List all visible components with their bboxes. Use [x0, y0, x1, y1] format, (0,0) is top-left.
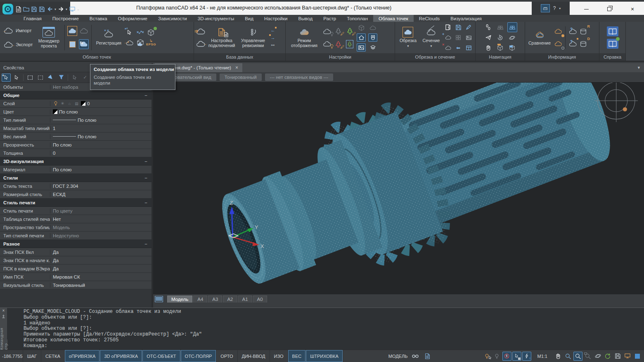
dither-cloud-icon[interactable]	[79, 26, 89, 36]
select-rect-icon[interactable]	[26, 73, 35, 82]
prop-row-dimstyle[interactable]: Размерный стильЕСКД	[0, 190, 152, 199]
visual-style-button[interactable]: Тонированный	[220, 73, 262, 81]
lightning-icon[interactable]: ↑	[522, 352, 531, 361]
tab-zavisimosti[interactable]: Зависимости	[153, 15, 192, 22]
regen-icon[interactable]	[603, 352, 612, 361]
points-select-icon[interactable]: ×ˣ	[125, 28, 135, 38]
zoom-window-icon[interactable]	[583, 352, 592, 361]
prop-row-ucsicon-origin[interactable]: Знак ПСК в начале к...Да	[0, 256, 152, 265]
prop-row-plotstyle[interactable]: Стиль печатиПо цвету	[0, 207, 152, 215]
glasses-icon[interactable]	[411, 352, 420, 361]
color-swatch[interactable]	[53, 109, 57, 114]
toggle-snap[interactable]: ШАГ	[23, 350, 41, 362]
nanocad-logo-icon[interactable]	[2, 4, 13, 14]
save-icon[interactable]	[31, 6, 37, 12]
layout-list-icon[interactable]	[155, 296, 163, 302]
flat-grid-icon[interactable]	[495, 22, 505, 32]
layout-tab-model[interactable]: Модель	[167, 296, 192, 303]
tab-postroenie[interactable]: Построение	[47, 15, 84, 22]
view-box-iso-icon[interactable]	[507, 43, 517, 53]
model-canvas[interactable]: Z Y X	[153, 82, 644, 294]
apply-check-icon[interactable]: ✓	[80, 73, 90, 82]
connection-settings-button[interactable]: Настройка подключений	[206, 26, 237, 50]
rainbow-tree-icon[interactable]	[333, 39, 343, 49]
restore-button[interactable]	[598, 3, 621, 15]
select-similar-icon[interactable]	[70, 73, 79, 82]
prop-section-3d[interactable]: 3D-визуализация−	[0, 157, 152, 166]
colorize-gray-tree-icon[interactable]	[333, 26, 343, 36]
command-close-icon[interactable]: ×	[2, 309, 5, 313]
db-report-icon[interactable]: R	[578, 26, 588, 36]
crop-cloud-icon[interactable]	[67, 26, 77, 36]
prop-section-general[interactable]: Общие−	[0, 91, 152, 99]
store-icon[interactable]: 🗃	[541, 4, 550, 12]
orbit-free-icon[interactable]	[507, 33, 517, 43]
selection-lamp-icon[interactable]	[483, 352, 492, 361]
copy-sheet-icon[interactable]	[613, 352, 622, 361]
plan-view-icon[interactable]	[507, 22, 517, 32]
cloud-info-icon[interactable]: ?	[568, 26, 578, 36]
revision-pull-icon[interactable]: ←	[269, 27, 277, 33]
layout-tab-a0[interactable]: A0	[253, 296, 267, 303]
section-dropdown-icon[interactable]: ▼	[430, 45, 433, 48]
copy-sections-icon[interactable]	[464, 33, 474, 43]
project-manager-button[interactable]: Менеджер проекта	[35, 26, 62, 50]
bounding-cube-icon[interactable]	[357, 24, 366, 32]
cloud-lamp-off-icon[interactable]	[322, 26, 332, 36]
cloud-upload-icon[interactable]: ⇉	[196, 26, 206, 36]
compare-dot-icon[interactable]	[553, 26, 563, 36]
collapse-icon[interactable]: −	[144, 93, 147, 98]
tab-vid[interactable]: Вид	[239, 15, 259, 22]
snap-house-icon[interactable]	[357, 33, 366, 42]
close-button[interactable]: ×	[621, 3, 644, 15]
scale-indicator[interactable]: M1:1	[532, 350, 553, 362]
undo-icon[interactable]	[47, 6, 53, 12]
toolbar-more-icon[interactable]: ⌄	[77, 7, 80, 11]
make-cloud-from-model-button[interactable]: ⇆	[79, 39, 89, 49]
redo-dropdown-icon[interactable]: ▾	[66, 7, 67, 11]
prop-row-ucs-name[interactable]: Имя ПСКМировая СК	[0, 273, 152, 281]
prop-section-plotstyle[interactable]: Стиль печати−	[0, 199, 152, 207]
save-as-icon[interactable]	[39, 6, 45, 12]
restore-section-icon[interactable]: ⬅	[453, 43, 463, 53]
layout-tab-a4[interactable]: A4	[193, 296, 207, 303]
layers-icon[interactable]	[368, 43, 377, 52]
toggle-lineweight[interactable]: ВЕС	[288, 350, 306, 362]
prop-row-layer[interactable]: Слой✳⌂▤0	[0, 99, 152, 108]
edit-section-icon[interactable]	[464, 22, 474, 32]
prop-row-linetype[interactable]: Тип линийПо слою	[0, 116, 152, 124]
tab-glavnaya[interactable]: Главная	[18, 15, 47, 22]
prop-row-lineweight[interactable]: Вес линийПо слою	[0, 132, 152, 141]
tab-oformlenie[interactable]: Оформление	[113, 15, 153, 22]
prop-section-styles[interactable]: Стили−	[0, 174, 152, 182]
layer-freeze-icon[interactable]: ✳	[60, 101, 65, 106]
quick-select-icon[interactable]	[46, 73, 55, 82]
tab-vyvod[interactable]: Вывод	[293, 15, 318, 22]
tab-nastroyki[interactable]: Настройки	[259, 15, 293, 22]
prop-row-plotspace[interactable]: Пространство таблиц...Модель	[0, 223, 152, 232]
fullscreen-icon[interactable]	[623, 352, 632, 361]
space-indicator[interactable]: МОДЕЛЬ	[388, 354, 408, 359]
layer-on-icon[interactable]	[53, 101, 58, 106]
no-lightning-icon[interactable]	[502, 352, 511, 361]
select-rect-points-icon[interactable]	[36, 73, 45, 82]
tab-topoplan[interactable]: Топоплан	[341, 15, 373, 22]
tab-vstavka[interactable]: Вставка	[84, 15, 113, 22]
tab-reclouds[interactable]: ReClouds	[414, 15, 445, 22]
points-measure-icon[interactable]: ×⤢×	[135, 28, 145, 38]
compare-button[interactable]: Сравнение	[527, 28, 552, 47]
toggle-otrack-polar[interactable]: ОТС-ПОЛЯР	[181, 350, 217, 362]
crop-dropdown-icon[interactable]: ▼	[407, 45, 410, 48]
orbit-icon[interactable]	[593, 352, 602, 361]
tab-oblaka-tochek[interactable]: Облака точек	[373, 15, 414, 22]
online-help-book-icon[interactable]	[607, 39, 618, 49]
import-button[interactable]: → Импорт	[2, 25, 34, 36]
revision-push-icon[interactable]: →	[269, 34, 277, 41]
minimize-button[interactable]	[575, 3, 598, 15]
toggle-dyn-input[interactable]: ДИН-ВВОД	[238, 350, 270, 362]
undo-dropdown-icon[interactable]: ▾	[54, 7, 56, 11]
zoom-icon[interactable]	[564, 352, 573, 361]
orbit-constrained-icon[interactable]	[495, 33, 505, 43]
toggle-iso[interactable]: ИЗО	[270, 350, 288, 362]
cloud-props-icon[interactable]: ?	[568, 39, 578, 49]
